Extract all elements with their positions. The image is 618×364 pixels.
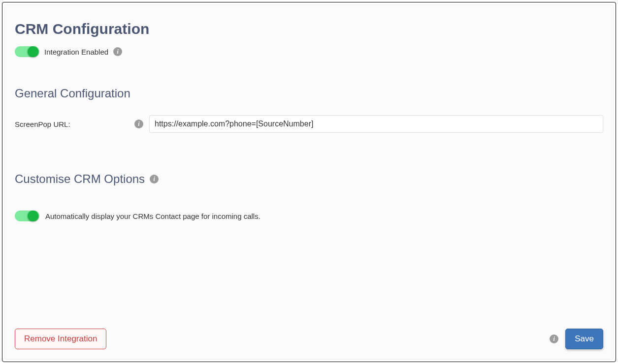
config-panel: CRM Configuration Integration Enabled Ge… <box>4 4 614 360</box>
integration-enabled-toggle[interactable] <box>15 46 39 57</box>
integration-enabled-row: Integration Enabled <box>15 46 603 57</box>
screenpop-url-input[interactable] <box>149 115 603 133</box>
auto-display-toggle[interactable] <box>15 211 39 221</box>
footer-bar: Remove Integration Save <box>15 329 603 349</box>
screenpop-url-row: ScreenPop URL: <box>15 115 603 133</box>
info-icon[interactable] <box>113 47 122 56</box>
toggle-knob <box>28 211 38 221</box>
customise-options-heading-text: Customise CRM Options <box>15 172 145 186</box>
toggle-knob <box>28 46 38 57</box>
info-icon[interactable] <box>550 334 558 343</box>
footer-right: Save <box>550 329 603 349</box>
window-frame: CRM Configuration Integration Enabled Ge… <box>2 2 616 362</box>
customise-options-heading: Customise CRM Options <box>15 172 603 186</box>
auto-display-label: Automatically display your CRMs Contact … <box>45 212 260 220</box>
page-title: CRM Configuration <box>15 21 603 37</box>
info-icon[interactable] <box>134 120 143 128</box>
integration-enabled-label: Integration Enabled <box>44 48 108 56</box>
info-icon[interactable] <box>150 175 159 183</box>
general-config-heading: General Configuration <box>15 87 603 100</box>
save-button[interactable]: Save <box>565 329 603 349</box>
auto-display-row: Automatically display your CRMs Contact … <box>15 211 603 221</box>
remove-integration-button[interactable]: Remove Integration <box>15 329 106 349</box>
customise-options-section: Customise CRM Options Automatically disp… <box>15 172 603 221</box>
screenpop-url-label: ScreenPop URL: <box>15 120 126 128</box>
